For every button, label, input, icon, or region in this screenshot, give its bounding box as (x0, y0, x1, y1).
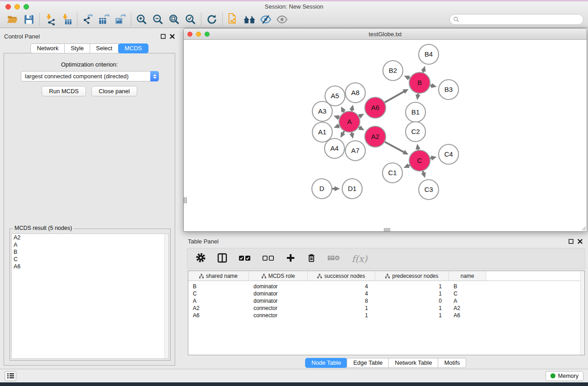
graph-edge-A6-B[interactable] (385, 91, 405, 103)
select-all-icon[interactable] (239, 254, 251, 263)
tab-network[interactable]: Network (30, 43, 65, 53)
graph-node-C3[interactable]: C3 (419, 180, 439, 200)
float-table-panel-icon[interactable] (569, 239, 574, 244)
graph-node-A2[interactable]: A2 (365, 126, 386, 147)
mcds-result-item[interactable]: B (12, 248, 168, 256)
graph-node-D1[interactable]: D1 (342, 179, 362, 199)
column-header-predecessor-nodes[interactable]: predecessor nodes (375, 271, 449, 281)
table-row[interactable]: Cdominator41C (188, 290, 584, 297)
graph-node-B1[interactable]: B1 (406, 102, 425, 122)
table-row[interactable]: Bdominator41B (188, 283, 584, 290)
result-list-scrollbar[interactable] (164, 234, 168, 358)
table-row[interactable]: Adominator80A (188, 297, 584, 305)
column-header-successor-nodes[interactable]: successor nodes (308, 271, 375, 281)
close-table-panel-icon[interactable] (578, 239, 583, 244)
graph-node-B3[interactable]: B3 (439, 80, 459, 100)
function-builder-icon[interactable]: f(x) (352, 253, 367, 264)
graph-node-D[interactable]: D (312, 179, 332, 199)
graph-node-B4[interactable]: B4 (419, 44, 439, 64)
svg-text:B4: B4 (425, 50, 433, 58)
zoom-out-icon[interactable] (150, 12, 166, 27)
export-table-icon[interactable] (96, 12, 112, 27)
network-window-titlebar[interactable]: testGlobe.txt (184, 29, 587, 40)
graph-node-B[interactable]: B (409, 72, 430, 93)
tab-style[interactable]: Style (64, 43, 90, 53)
first-neighbors-icon[interactable] (241, 12, 258, 27)
svg-text:A2: A2 (371, 133, 379, 140)
mcds-result-item[interactable]: A6 (12, 263, 168, 270)
tab-node-table[interactable]: Node Table (305, 358, 348, 368)
toolbar-separator (201, 13, 201, 26)
split-table-icon[interactable] (217, 253, 228, 265)
tab-network-table[interactable]: Network Table (388, 358, 438, 368)
import-network-icon[interactable] (42, 12, 58, 27)
delete-column-icon[interactable] (306, 253, 316, 265)
graph-node-A3[interactable]: A3 (312, 101, 332, 121)
new-network-from-selection-icon[interactable] (225, 12, 241, 27)
zoom-fit-icon[interactable] (166, 12, 182, 27)
deselect-all-icon[interactable] (262, 254, 275, 263)
search-input[interactable] (459, 16, 580, 23)
zoom-in-icon[interactable] (134, 12, 150, 27)
search-icon (453, 16, 459, 23)
graph-edge-arrowhead (334, 115, 339, 120)
control-panel-title: Control Panel (4, 33, 40, 40)
mcds-result-item[interactable]: A2 (12, 234, 168, 241)
tab-edge-table[interactable]: Edge Table (347, 358, 389, 368)
graph-edge-arrowhead (335, 186, 340, 191)
graph-node-C[interactable]: C (409, 150, 430, 171)
graph-node-A1[interactable]: A1 (312, 122, 332, 142)
tab-mcds[interactable]: MCDS (118, 43, 148, 53)
add-column-icon[interactable] (286, 253, 296, 265)
graph-node-C2[interactable]: C2 (406, 122, 425, 142)
mcds-result-item[interactable]: A (12, 241, 168, 248)
hide-selected-icon[interactable] (258, 12, 274, 27)
table-row[interactable]: A2connector11A2 (188, 305, 584, 312)
graph-node-A8[interactable]: A8 (345, 83, 365, 103)
graph-node-B2[interactable]: B2 (383, 61, 403, 81)
graph-node-A7[interactable]: A7 (345, 141, 365, 161)
table-cell: 1 (308, 305, 375, 312)
resize-grip-icon[interactable] (581, 225, 586, 231)
network-canvas[interactable]: B4B2BB3A8A5A6A3B1AC2A1A2A4A7C4CC1DD1C3 (184, 40, 587, 231)
refresh-layout-icon[interactable] (204, 12, 220, 27)
column-header-MCDS-role[interactable]: MCDS role (249, 271, 308, 281)
svg-text:A6: A6 (371, 104, 379, 111)
delete-table-icon[interactable] (327, 254, 341, 264)
graph-edge-A2-C[interactable] (385, 142, 404, 152)
close-panel-button[interactable]: Close panel (91, 86, 137, 96)
graph-node-A[interactable]: A (339, 111, 360, 132)
table-row[interactable]: A6connector11A6 (188, 312, 584, 319)
column-header-shared-name[interactable]: shared name (188, 271, 249, 281)
svg-text:B1: B1 (411, 108, 420, 116)
column-header-name[interactable]: name (449, 271, 486, 281)
table-cell: A (188, 297, 249, 305)
tab-select[interactable]: Select (90, 43, 119, 53)
table-scrollbar[interactable] (580, 271, 584, 355)
close-panel-icon[interactable] (170, 34, 175, 39)
save-session-icon[interactable] (21, 12, 37, 27)
svg-text:B: B (417, 79, 422, 86)
float-panel-icon[interactable] (161, 34, 166, 39)
show-panels-button[interactable] (5, 371, 16, 381)
graph-node-C1[interactable]: C1 (382, 163, 402, 183)
graph-node-C4[interactable]: C4 (439, 144, 459, 164)
zoom-selected-icon[interactable] (182, 12, 199, 27)
import-table-icon[interactable] (58, 12, 75, 27)
export-network-icon[interactable] (80, 12, 96, 27)
open-session-icon[interactable] (5, 12, 21, 27)
toolbar-separator (77, 13, 77, 26)
memory-button[interactable]: Memory (545, 371, 583, 381)
table-settings-icon[interactable] (196, 253, 206, 265)
mcds-result-item[interactable]: C (12, 256, 168, 263)
optimization-criterion-select[interactable]: largest connected component (directed) (21, 71, 159, 81)
tab-motifs[interactable]: Motifs (438, 358, 466, 368)
graph-node-A4[interactable]: A4 (325, 138, 344, 158)
run-mcds-button[interactable]: Run MCDS (42, 86, 86, 96)
export-image-icon[interactable] (112, 12, 129, 27)
canvas-left-handle[interactable] (184, 197, 187, 203)
show-all-icon[interactable] (274, 12, 290, 27)
canvas-bottom-handle[interactable] (384, 228, 390, 231)
graph-node-A6[interactable]: A6 (365, 97, 386, 118)
optimization-criterion-label: Optimization criterion: (4, 61, 175, 68)
